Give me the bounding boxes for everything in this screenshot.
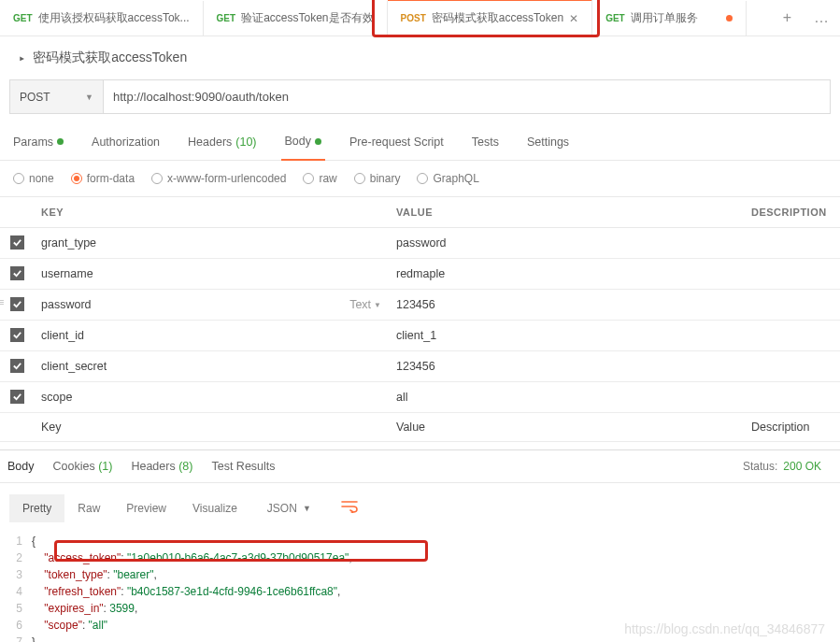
dot-icon [57, 138, 64, 145]
placeholder-desc: Description [744, 413, 840, 442]
checkbox-icon[interactable] [10, 297, 24, 311]
tab-3[interactable]: GET 调用订单服务 [592, 1, 747, 36]
resp-tab-testresults[interactable]: Test Results [211, 460, 275, 473]
cell-value[interactable]: all [389, 382, 744, 413]
subtab-prerequest[interactable]: Pre-request Script [346, 125, 448, 160]
tab-tools: + … [772, 2, 840, 34]
cell-value[interactable]: 123456 [389, 351, 744, 382]
table-row[interactable]: client_secret123456 [0, 351, 840, 382]
resp-tab-body[interactable]: Body [7, 460, 35, 473]
dot-icon [315, 138, 321, 145]
col-desc: DESCRIPTION [744, 197, 840, 228]
tab-2[interactable]: POST 密码模式获取accessToken ✕ [388, 0, 593, 36]
cell-key[interactable]: client_id [34, 321, 389, 351]
radio-graphql[interactable]: GraphQL [417, 172, 478, 185]
subtab-tests[interactable]: Tests [468, 125, 503, 160]
close-icon[interactable]: ✕ [569, 12, 578, 25]
placeholder-value: Value [389, 413, 744, 442]
tab-bar: GET 使用该授权码获取accessTok... GET 验证accessTok… [0, 0, 840, 36]
radio-xwww[interactable]: x-www-form-urlencoded [151, 172, 286, 185]
cell-key[interactable]: grant_type [34, 228, 389, 259]
col-key: KEY [34, 197, 389, 228]
table-row[interactable]: grant_typepassword [0, 228, 840, 259]
checkbox-icon[interactable] [10, 266, 24, 280]
radio-raw[interactable]: raw [303, 172, 336, 185]
chevron-down-icon: ▼ [85, 93, 93, 102]
chevron-down-icon: ▼ [374, 301, 381, 309]
method-badge: GET [605, 13, 625, 23]
view-pretty[interactable]: Pretty [9, 494, 64, 522]
view-preview[interactable]: Preview [113, 494, 179, 522]
response-status: Status:200 OK [743, 460, 833, 473]
tab-label: 验证accessToken是否有效 [241, 10, 373, 26]
subtab-authorization[interactable]: Authorization [88, 125, 164, 160]
drag-handle-icon[interactable]: ≡ [0, 297, 4, 307]
url-input[interactable] [104, 80, 830, 113]
checkbox-icon[interactable] [10, 328, 24, 342]
table-row[interactable]: scopeall [0, 382, 840, 413]
tab-overflow-button[interactable]: … [803, 2, 840, 34]
checkbox-icon[interactable] [10, 235, 24, 250]
subtab-headers[interactable]: Headers (10) [184, 125, 260, 160]
method-badge: GET [217, 13, 236, 23]
subtab-body[interactable]: Body [281, 125, 326, 161]
placeholder-key: Key [34, 413, 389, 442]
table-row[interactable]: ≡passwordText ▼123456 [0, 290, 840, 321]
tab-1[interactable]: GET 验证accessToken是否有效 [204, 1, 388, 36]
cell-value[interactable]: redmaple [389, 259, 744, 290]
response-controls: Pretty Raw Preview Visualize JSON▼ [0, 483, 840, 533]
cell-key[interactable]: username [34, 259, 389, 290]
tab-0[interactable]: GET 使用该授权码获取accessTok... [0, 1, 204, 36]
cell-key[interactable]: scope [34, 382, 389, 413]
subtab-settings[interactable]: Settings [523, 125, 573, 160]
watermark: https://blog.csdn.net/qq_34846877 [624, 621, 825, 636]
new-tab-button[interactable]: + [772, 2, 803, 34]
cell-value[interactable]: 123456 [389, 290, 744, 321]
resp-tab-cookies[interactable]: Cookies (1) [53, 460, 113, 473]
resp-tab-headers[interactable]: Headers (8) [131, 460, 192, 473]
unsaved-dot-icon [726, 15, 733, 21]
table-row[interactable]: client_idclient_1 [0, 321, 840, 351]
cell-key[interactable]: client_secret [34, 351, 389, 382]
body-type-row: none form-data x-www-form-urlencoded raw… [0, 161, 840, 196]
method-select[interactable]: POST ▼ [10, 80, 104, 113]
line-gutter: 1234567 [0, 533, 32, 642]
radio-form-data[interactable]: form-data [71, 172, 135, 185]
collapse-icon[interactable]: ▸ [19, 51, 25, 64]
col-value: VALUE [389, 197, 744, 228]
cell-key[interactable]: passwordText ▼ [34, 290, 389, 321]
tab-label: 使用该授权码获取accessTok... [38, 10, 190, 26]
cell-value[interactable]: password [389, 228, 744, 259]
chevron-down-icon: ▼ [303, 504, 311, 513]
view-raw[interactable]: Raw [64, 494, 113, 522]
radio-binary[interactable]: binary [354, 172, 401, 185]
tab-label: 密码模式获取accessToken [432, 10, 563, 26]
response-tabs: Body Cookies (1) Headers (8) Test Result… [0, 449, 840, 483]
method-value: POST [20, 91, 50, 104]
subtab-params[interactable]: Params [9, 125, 67, 160]
wrap-icon[interactable] [328, 492, 371, 523]
radio-none[interactable]: none [13, 172, 54, 185]
table-row[interactable]: usernameredmaple [0, 259, 840, 290]
checkbox-icon[interactable] [10, 359, 24, 373]
view-visualize[interactable]: Visualize [179, 494, 250, 522]
request-title: 密码模式获取accessToken [33, 50, 187, 66]
tab-label: 调用订单服务 [631, 10, 698, 26]
request-subtabs: Params Authorization Headers (10) Body P… [0, 125, 840, 161]
cell-value[interactable]: client_1 [389, 321, 744, 351]
table-row-empty[interactable]: KeyValueDescription [0, 413, 840, 442]
checkbox-icon[interactable] [10, 390, 24, 404]
request-title-bar: ▸ 密码模式获取accessToken [0, 36, 840, 76]
method-badge: GET [13, 13, 33, 23]
request-row: POST ▼ [9, 79, 831, 114]
method-badge: POST [401, 13, 426, 23]
lang-select[interactable]: JSON▼ [258, 496, 320, 521]
form-data-table: KEY VALUE DESCRIPTION grant_typepassword… [0, 196, 840, 442]
type-hint[interactable]: Text ▼ [349, 298, 381, 311]
